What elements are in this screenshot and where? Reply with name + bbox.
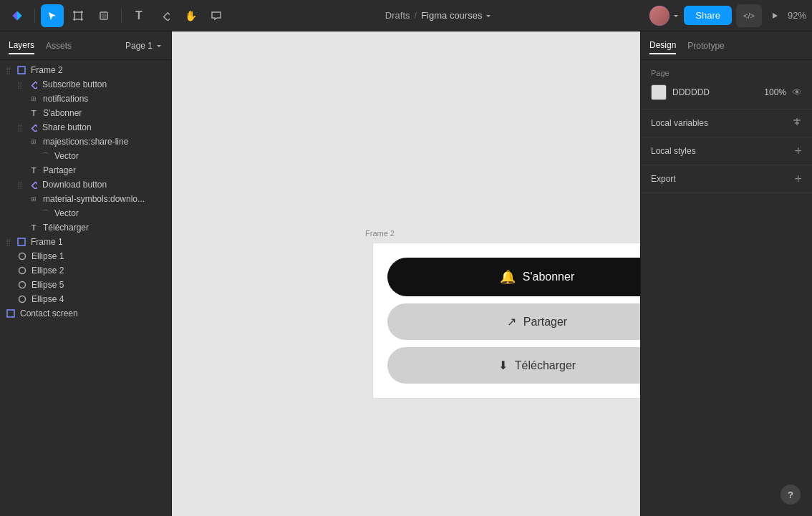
frame-icon — [16, 65, 26, 75]
local-styles-add-icon[interactable]: + — [794, 145, 802, 157]
left-panel: Layers Assets Page 1 ⣿ Frame 2 ⣿ — [0, 31, 172, 516]
opacity-value[interactable]: 100% — [764, 87, 786, 97]
text-icon: T — [29, 108, 39, 118]
svg-rect-11 — [164, 12, 170, 20]
frame-label: Frame 2 — [365, 229, 395, 238]
share-button[interactable]: Share — [684, 6, 732, 25]
bell-icon: 🔔 — [500, 269, 516, 285]
frame-icon — [16, 237, 26, 247]
tab-design[interactable]: Design — [649, 37, 676, 54]
export-add-icon[interactable]: + — [794, 172, 802, 185]
right-panel-tabs: Design Prototype — [641, 31, 812, 60]
layer-contact-screen[interactable]: Contact screen — [0, 306, 171, 321]
menu-button[interactable] — [6, 4, 29, 27]
ellipse-icon — [17, 280, 27, 290]
share-icon: ↗ — [507, 315, 516, 328]
select-tool[interactable] — [41, 4, 64, 27]
grid-icon: ⊞ — [29, 94, 39, 104]
breadcrumb-drafts[interactable]: Drafts — [385, 10, 410, 21]
layer-vector2[interactable]: ⌒ Vector — [0, 206, 171, 220]
svg-rect-15 — [32, 125, 37, 132]
download-button-canvas[interactable]: ⬇ Télécharger — [387, 347, 640, 384]
layer-download-btn[interactable]: ⣿ Download button — [0, 177, 171, 192]
text-tool[interactable]: T — [127, 4, 150, 27]
main-area: Layers Assets Page 1 ⣿ Frame 2 ⣿ — [0, 31, 812, 516]
shape-tool[interactable] — [92, 4, 115, 27]
layer-ellipse5[interactable]: Ellipse 5 — [0, 278, 171, 292]
hand-tool[interactable]: ✋ — [179, 4, 202, 27]
zoom-level[interactable]: 92% — [788, 10, 806, 21]
svg-rect-13 — [18, 67, 25, 74]
local-styles-row[interactable]: Local styles + — [641, 137, 812, 165]
layers-list: ⣿ Frame 2 ⣿ Subscribe button ⊞ notificat… — [0, 60, 171, 516]
code-button[interactable]: </> — [736, 4, 762, 27]
svg-marker-12 — [773, 13, 778, 19]
export-row[interactable]: Export + — [641, 165, 812, 193]
frame-tool[interactable] — [67, 4, 90, 27]
help-button[interactable]: ? — [780, 485, 801, 505]
page-section-title: Page — [651, 69, 802, 77]
tab-assets[interactable]: Assets — [46, 38, 72, 54]
breadcrumb-separator: / — [415, 10, 417, 21]
toolbar-right: Share </> 92% — [649, 4, 806, 27]
frame-box: 🔔 S'abonner ↗ Partager ⬇ Télécharger — [372, 243, 640, 399]
svg-point-19 — [19, 268, 26, 274]
drag-handle: ⣿ — [6, 238, 11, 246]
drag-handle: ⣿ — [17, 181, 22, 189]
component-tool[interactable] — [153, 4, 176, 27]
ellipse-icon — [17, 251, 27, 261]
svg-point-10 — [102, 14, 106, 18]
share-button-canvas[interactable]: ↗ Partager — [387, 303, 640, 340]
svg-rect-0 — [74, 12, 82, 19]
layer-majesticons[interactable]: ⊞ majesticons:share-line — [0, 135, 171, 149]
right-panel: Design Prototype Page DDDDDD 100% 👁 Loca… — [640, 31, 812, 516]
svg-rect-17 — [18, 238, 25, 245]
toolbar-separator-1 — [34, 9, 35, 23]
subscribe-button[interactable]: 🔔 S'abonner — [387, 258, 640, 296]
layer-telecharger-text[interactable]: T Télécharger — [0, 220, 171, 235]
toolbar-center: Drafts / Figma courses — [228, 10, 649, 21]
layer-sabonner-text[interactable]: T S'abonner — [0, 106, 171, 120]
avatar-button[interactable] — [649, 6, 680, 26]
drag-handle: ⣿ — [17, 124, 22, 132]
layer-frame2[interactable]: ⣿ Frame 2 — [0, 63, 171, 77]
project-name[interactable]: Figma courses — [421, 10, 492, 21]
ellipse-icon — [17, 294, 27, 304]
layer-ellipse2[interactable]: Ellipse 2 — [0, 263, 171, 278]
visibility-icon[interactable]: 👁 — [792, 87, 802, 98]
color-swatch[interactable] — [651, 84, 667, 100]
layer-vector1[interactable]: ⌒ Vector — [0, 149, 171, 163]
layer-material-symbols[interactable]: ⊞ material-symbols:downlo... — [0, 192, 171, 206]
svg-rect-22 — [7, 310, 14, 317]
export-label: Export — [651, 174, 676, 184]
drag-handle: ⣿ — [6, 67, 11, 74]
drag-handle: ⣿ — [17, 81, 22, 89]
canvas: Frame 2 🔔 S'abonner ↗ Partager ⬇ Télécha… — [172, 31, 640, 516]
tab-prototype[interactable]: Prototype — [687, 38, 724, 54]
vector-icon: ⌒ — [40, 151, 50, 161]
page-selector[interactable]: Page 1 — [125, 41, 163, 51]
color-hex[interactable]: DDDDDD — [672, 87, 758, 97]
grid-icon: ⊞ — [29, 194, 39, 204]
svg-point-18 — [19, 253, 26, 260]
toolbar: T ✋ Drafts / Figma courses — [0, 0, 812, 31]
layer-frame1[interactable]: ⣿ Frame 1 — [0, 235, 171, 249]
local-variables-row[interactable]: Local variables — [641, 109, 812, 137]
play-button[interactable] — [766, 9, 783, 23]
layer-subscribe-btn[interactable]: ⣿ Subscribe button — [0, 77, 171, 92]
layer-ellipse1[interactable]: Ellipse 1 — [0, 249, 171, 263]
component-icon — [28, 79, 38, 89]
comment-tool[interactable] — [205, 4, 228, 27]
tab-layers[interactable]: Layers — [9, 37, 34, 54]
grid-icon: ⊞ — [29, 137, 39, 147]
local-variables-icon[interactable] — [792, 117, 802, 130]
ellipse-icon — [17, 266, 27, 276]
layer-notifications[interactable]: ⊞ notifications — [0, 92, 171, 106]
page-section: Page DDDDDD 100% 👁 — [641, 60, 812, 109]
user-avatar — [649, 6, 670, 26]
layer-ellipse4[interactable]: Ellipse 4 — [0, 292, 171, 306]
component-icon — [28, 122, 38, 132]
svg-rect-16 — [32, 182, 37, 189]
layer-share-btn[interactable]: ⣿ Share button — [0, 120, 171, 135]
layer-partager-text[interactable]: T Partager — [0, 163, 171, 177]
